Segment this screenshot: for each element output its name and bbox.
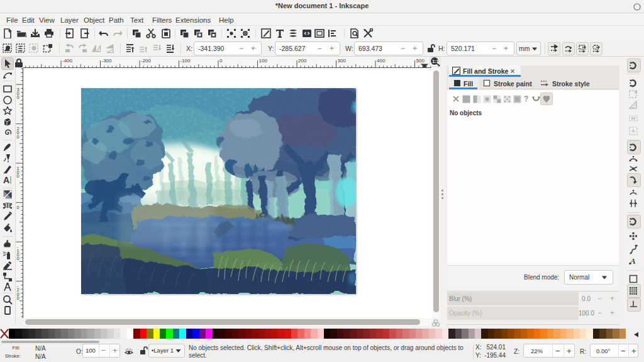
svg-text:100: 100 (259, 58, 268, 64)
svg-text:500: 500 (416, 58, 425, 64)
svg-text:0: 0 (17, 173, 19, 179)
svg-text:1:1: 1:1 (432, 59, 438, 64)
svg-text:0: 0 (17, 94, 19, 100)
svg-text:200: 200 (298, 58, 307, 64)
svg-text:-300: -300 (102, 58, 113, 64)
svg-text:-200: -200 (141, 58, 152, 64)
svg-text:-100: -100 (180, 58, 191, 64)
svg-text:0: 0 (17, 295, 19, 301)
svg-text:0: 0 (219, 58, 223, 64)
svg-text:0: 0 (17, 134, 19, 140)
svg-text:A: A (3, 175, 9, 185)
svg-text:300: 300 (338, 58, 347, 64)
svg-text:0: 0 (17, 205, 19, 210)
svg-text:0: 0 (17, 256, 19, 261)
svg-text:-400: -400 (62, 58, 73, 64)
svg-text:400: 400 (377, 58, 386, 64)
